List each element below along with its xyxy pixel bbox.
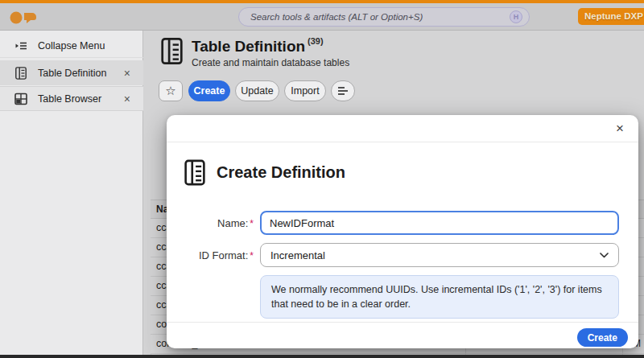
required-marker: * [250,218,254,229]
star-icon: ☆ [165,84,175,98]
dialog-title: Create Definition [217,163,345,182]
sidebar-item-label: Table Definition [38,68,124,79]
id-format-label: ID Format:* [167,249,254,261]
close-icon[interactable]: × [616,120,624,138]
dialog-create-button[interactable]: Create [577,328,628,347]
sidebar-item-table-definition[interactable]: Table Definition × [0,60,143,85]
table-definition-icon [14,67,27,80]
page-title: Table Definition(39) [192,36,324,56]
create-button[interactable]: Create [188,80,230,101]
favorite-button[interactable]: ☆ [159,80,183,101]
sidebar-item-label: Table Browser [38,93,124,105]
name-input[interactable] [260,211,619,235]
chevron-down-icon [600,253,609,258]
table-definition-page-icon [161,37,183,65]
dialog-header-divider [167,142,638,142]
page-subtitle: Create and maintain database tables [192,57,349,68]
dialog-footer-divider [167,322,638,323]
search-placeholder: Search tools & artifacts (ALT or Option+… [250,12,510,22]
bottom-window-edge [0,355,644,358]
id-format-value: Incremental [270,249,600,261]
table-definition-icon [184,159,205,186]
sidebar: Collapse Menu Table Definition × Table B… [0,31,143,355]
collapse-menu-label: Collapse Menu [38,40,143,51]
collapse-menu-icon [14,39,27,52]
table-browser-icon [14,93,27,105]
list-lines-icon [337,86,349,96]
app-header: Search tools & artifacts (ALT or Option+… [0,3,644,31]
collapse-menu-button[interactable]: Collapse Menu [0,34,143,58]
create-definition-dialog: × Create Definition Name:* ID Format:* I… [167,115,638,348]
info-message: We normally recommend UUIDs. Use increme… [260,275,619,319]
search-input[interactable]: Search tools & artifacts (ALT or Option+… [238,7,530,27]
close-tab-icon[interactable]: × [124,93,130,105]
item-count: (39) [308,36,324,46]
sidebar-item-table-browser[interactable]: Table Browser × [0,86,143,111]
update-button[interactable]: Update [235,80,279,101]
neptune-logo-icon[interactable] [10,9,42,27]
name-label: Name:* [167,217,254,229]
edition-badge: Neptune DXP - O [578,8,644,25]
import-button[interactable]: Import [284,80,326,101]
view-settings-button[interactable] [331,80,355,101]
search-shortcut-badge: H [510,10,522,23]
required-marker: * [250,250,254,261]
id-format-select[interactable]: Incremental [260,243,619,267]
close-tab-icon[interactable]: × [124,67,130,80]
